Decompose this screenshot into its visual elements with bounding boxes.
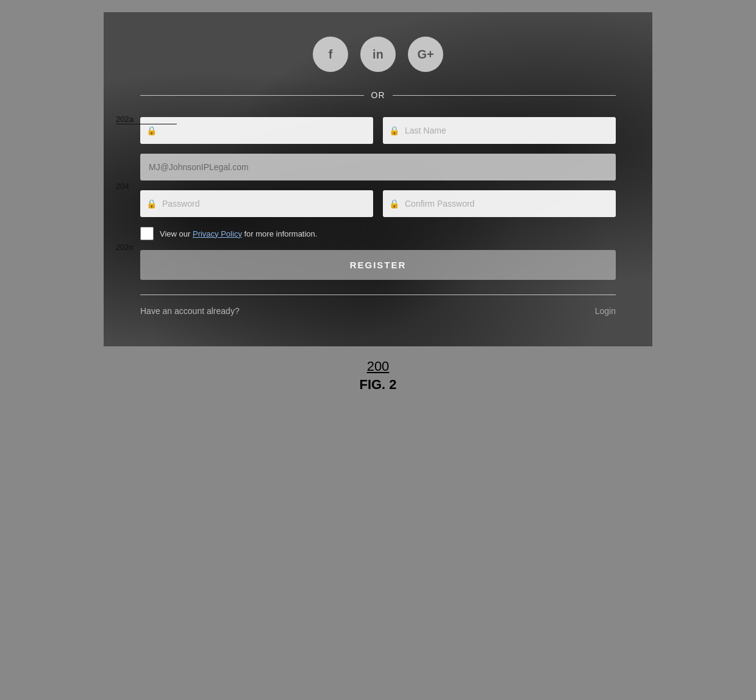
figure-caption: 200 FIG. 2 — [359, 359, 396, 393]
login-row: Have an account already? Login — [140, 306, 616, 316]
confirm-password-wrapper: 🔒 — [383, 190, 616, 217]
first-name-input[interactable] — [140, 117, 373, 144]
annotation-202a: 202a — [116, 115, 134, 124]
annotation-204: 204 — [116, 182, 129, 191]
or-text: OR — [371, 90, 385, 100]
facebook-button[interactable]: f — [313, 37, 348, 72]
first-name-wrapper: 🔒 — [140, 117, 373, 144]
last-name-wrapper: 🔒 — [383, 117, 616, 144]
screenshot-area: 202a 204 202n f in G+ OR 🔒 🔒 — [104, 12, 652, 346]
login-link[interactable]: Login — [595, 306, 616, 316]
have-account-text: Have an account already? — [140, 306, 240, 316]
social-buttons-row: f in G+ — [140, 37, 616, 72]
privacy-checkbox[interactable] — [140, 227, 154, 240]
figure-label: FIG. 2 — [359, 377, 396, 392]
annotation-line-202a — [116, 124, 177, 124]
bottom-divider — [140, 295, 616, 295]
privacy-row: View our Privacy Policy for more informa… — [140, 227, 616, 240]
or-line-right — [393, 95, 616, 96]
form-container: f in G+ OR 🔒 🔒 — [104, 12, 652, 346]
password-input[interactable] — [140, 190, 373, 217]
privacy-text: View our Privacy Policy for more informa… — [160, 229, 317, 238]
googleplus-button[interactable]: G+ — [408, 37, 443, 72]
or-divider: OR — [140, 90, 616, 100]
linkedin-button[interactable]: in — [360, 37, 396, 72]
password-fields-row: 🔒 🔒 — [140, 190, 616, 217]
figure-number: 200 — [359, 359, 396, 374]
name-fields-row: 🔒 🔒 — [140, 117, 616, 144]
email-input[interactable] — [140, 154, 616, 180]
or-line-left — [140, 95, 364, 96]
annotation-202n: 202n — [116, 243, 134, 252]
email-wrapper — [140, 154, 616, 180]
privacy-policy-link[interactable]: Privacy Policy — [193, 229, 242, 238]
password-wrapper: 🔒 — [140, 190, 373, 217]
confirm-password-input[interactable] — [383, 190, 616, 217]
email-row — [140, 154, 616, 180]
last-name-input[interactable] — [383, 117, 616, 144]
register-button[interactable]: REGISTER — [140, 250, 616, 280]
